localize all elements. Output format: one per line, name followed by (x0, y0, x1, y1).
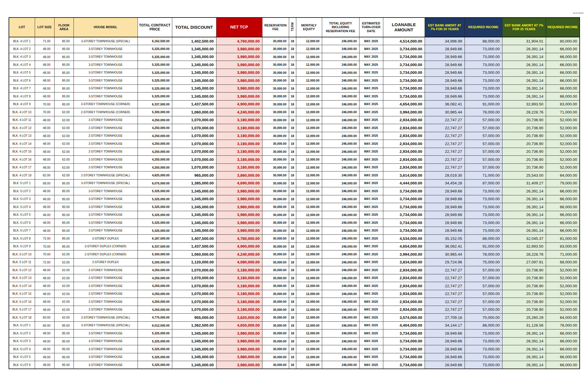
lot-cell: BLK. 4 LOT 1 (9, 37, 35, 45)
amort-20y-cell: 30,965.44 (425, 108, 465, 116)
total-equity-cell: 246,000.00 (322, 235, 359, 243)
table-row: BLK. 6 LOT 348.0085.003-STOREY TOWNHOUSE… (9, 337, 580, 345)
turnover-date-cell: MAY. 2025 (359, 361, 383, 369)
total-contract-price-cell: 4,250,000.00 (138, 306, 172, 314)
total-discount-cell: 1,060,000.00 (172, 250, 216, 259)
reservation-fee-cell: 30,000.00 (262, 235, 289, 243)
lot-cell: BLK. 5 LOT 17 (9, 306, 35, 314)
turnover-date-cell: MAY. 2025 (359, 92, 383, 101)
term-cell: 18 (289, 219, 296, 227)
floor-area-cell: 85.00 (54, 53, 74, 61)
total-discount-cell: 1,345,000.00 (172, 211, 216, 219)
floor-area-cell: 62.00 (54, 140, 74, 148)
floor-area-cell: 62.00 (54, 148, 74, 156)
total-contract-price-cell: 6,012,500.00 (138, 321, 172, 329)
total-contract-price-cell: 5,325,000.00 (138, 77, 172, 85)
term-cell: 18 (289, 274, 296, 282)
lot-size-cell: 70.00 (35, 108, 54, 116)
house-model-cell: 3-STOREY TOWNHOUSE (74, 92, 138, 101)
total-equity-cell: 246,000.00 (322, 45, 359, 53)
term-cell: 18 (289, 171, 296, 180)
total-discount-cell: 1,437,500.00 (172, 242, 216, 250)
required-income-20y-cell: 57,000.00 (465, 274, 502, 282)
amort-20y-cell: 28,949.66 (425, 361, 465, 369)
monthly-equity-cell: 12,000.00 (296, 171, 322, 180)
reservation-fee-cell: 30,000.00 (262, 250, 289, 259)
monthly-equity-cell: 12,000.00 (296, 290, 322, 298)
term-cell: 18 (289, 156, 296, 164)
required-income-25y-cell: 79,000.00 (546, 179, 580, 187)
net-tcp-cell: 3,980,000.00 (216, 227, 262, 235)
required-income-25y-cell: 66,000.00 (546, 219, 580, 227)
required-income-20y-cell: 57,000.00 (465, 163, 502, 171)
total-equity-cell: 246,000.00 (322, 69, 359, 77)
turnover-date-cell: MAY. 2025 (359, 100, 383, 108)
lot-cell: BLK. 5 LOT 2 (9, 187, 35, 195)
monthly-equity-cell: 12,000.00 (296, 187, 322, 195)
lot-cell: BLK. 5 LOT 15 (9, 290, 35, 298)
total-equity-cell: 246,000.00 (322, 266, 359, 274)
total-equity-cell: 246,000.00 (322, 274, 359, 282)
col-header-total-equity: TOTAL EQUITY INCLUDING RESERVATION FEE (322, 18, 359, 37)
net-tcp-cell: 3,980,000.00 (216, 345, 262, 353)
total-contract-price-cell: 4,250,000.00 (138, 156, 172, 164)
col-header-lot-size: LOT SIZE (35, 18, 54, 37)
col-header-label: LOANABLE AMOUNT (392, 22, 416, 32)
lot-size-cell: 48.00 (35, 361, 54, 369)
total-equity-cell: 246,000.00 (322, 298, 359, 306)
lot-cell: BLK. 4 LOT 9 (9, 100, 35, 108)
total-equity-cell: 246,000.00 (322, 195, 359, 203)
lot-size-cell: 70.00 (35, 242, 54, 250)
total-equity-cell: 246,000.00 (322, 77, 359, 85)
net-tcp-cell: 3,180,000.00 (216, 290, 262, 298)
reservation-fee-cell: 30,000.00 (262, 156, 289, 164)
total-discount-cell: 1,070,000.00 (172, 116, 216, 124)
required-income-25y-cell: 81,000.00 (546, 235, 580, 243)
loanable-amount-cell: 2,934,000.00 (383, 298, 425, 306)
total-contract-price-cell: 4,250,000.00 (138, 266, 172, 274)
term-cell: 18 (289, 250, 296, 259)
monthly-equity-cell: 12,000.00 (296, 227, 322, 235)
turnover-date-cell: MAY. 2025 (359, 203, 383, 211)
lot-size-cell: 71.00 (35, 37, 54, 45)
floor-area-cell: 85.00 (54, 345, 74, 353)
total-discount-cell: 1,070,000.00 (172, 266, 216, 274)
lot-cell: BLK. 4 LOT 18 (9, 171, 35, 180)
amort-20y-cell: 28,949.66 (425, 84, 465, 92)
loanable-amount-cell: 3,734,000.00 (383, 329, 425, 338)
amort-20y-cell: 22,747.27 (425, 132, 465, 140)
lot-cell: BLK. 4 LOT 13 (9, 132, 35, 140)
total-contract-price-cell: 5,325,000.00 (138, 337, 172, 345)
house-model-cell: 3-STOREY TOWNHOUSE (CORNER) (74, 100, 138, 108)
loanable-amount-cell: 4,654,000.00 (383, 242, 425, 250)
floor-area-cell: 85.00 (54, 361, 74, 369)
reservation-fee-cell: 30,000.00 (262, 282, 289, 290)
term-cell: 18 (289, 69, 296, 77)
lot-size-cell: 48.00 (35, 140, 54, 148)
required-income-20y-cell: 91,000.00 (465, 242, 502, 250)
total-discount-cell: 1,070,000.00 (172, 132, 216, 140)
lot-cell: BLK. 5 LOT 4 (9, 203, 35, 211)
amort-25y-cell: 26,391.14 (502, 53, 546, 61)
total-contract-price-cell: 5,325,000.00 (138, 187, 172, 195)
lot-size-cell: 48.00 (35, 203, 54, 211)
turnover-date-cell: MAY. 2025 (359, 45, 383, 53)
house-model-cell: 3-STOREY TOWNHOUSE (74, 337, 138, 345)
monthly-equity-cell: 12,000.00 (296, 258, 322, 266)
turnover-date-cell: MAY. 2025 (359, 290, 383, 298)
total-equity-cell: 246,000.00 (322, 156, 359, 164)
amort-20y-cell: 22,747.27 (425, 148, 465, 156)
total-contract-price-cell: 5,300,000.00 (138, 250, 172, 259)
house-model-cell: 2-STOREY DUPLEX (CORNER) (74, 250, 138, 259)
amort-25y-cell: 20,736.90 (502, 140, 546, 148)
required-income-20y-cell: 57,000.00 (465, 140, 502, 148)
table-row: BLK. 4 LOT 648.0085.003-STOREY TOWNHOUSE… (9, 77, 580, 85)
turnover-date-cell: MAY. 2025 (359, 84, 383, 92)
required-income-20y-cell: 73,000.00 (465, 337, 502, 345)
required-income-25y-cell: 66,000.00 (546, 92, 580, 101)
term-cell: 18 (289, 77, 296, 85)
total-equity-cell: 246,000.00 (322, 171, 359, 180)
term-cell: 18 (289, 179, 296, 187)
required-income-20y-cell: 73,000.00 (465, 227, 502, 235)
total-discount-cell: 1,345,000.00 (172, 61, 216, 69)
